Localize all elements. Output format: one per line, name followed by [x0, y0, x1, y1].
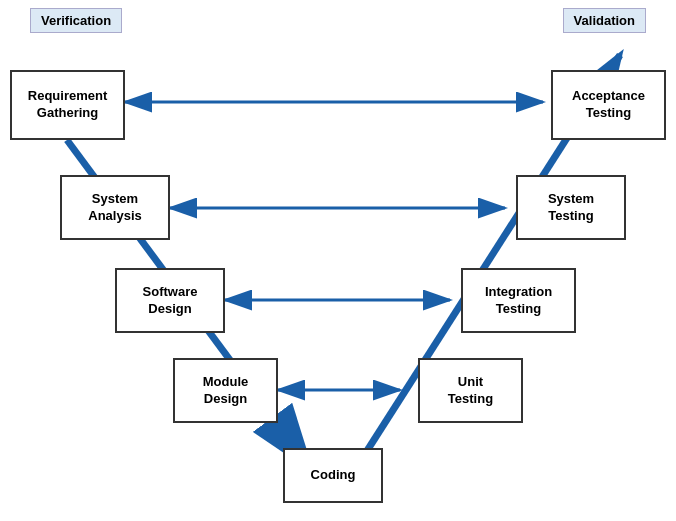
- unit-testing-node: Unit Testing: [418, 358, 523, 423]
- module-design-node: Module Design: [173, 358, 278, 423]
- acceptance-testing-node: Acceptance Testing: [551, 70, 666, 140]
- verification-label: Verification: [30, 8, 122, 33]
- requirement-gathering-node: Requirement Gathering: [10, 70, 125, 140]
- integration-testing-node: Integration Testing: [461, 268, 576, 333]
- validation-label: Validation: [563, 8, 646, 33]
- v-model-diagram: Verification Validation Requirement Gath…: [0, 0, 676, 521]
- system-analysis-node: System Analysis: [60, 175, 170, 240]
- software-design-node: Software Design: [115, 268, 225, 333]
- system-testing-node: System Testing: [516, 175, 626, 240]
- coding-node: Coding: [283, 448, 383, 503]
